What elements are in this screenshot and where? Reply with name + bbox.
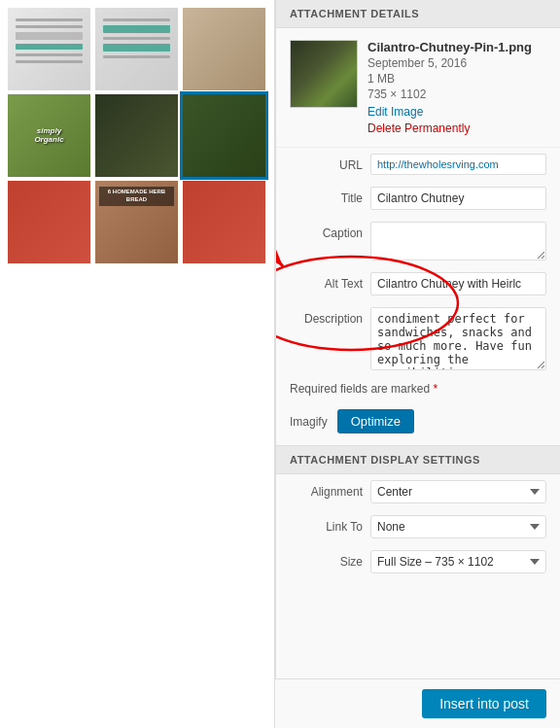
- link-to-field-row: Link To None Media File Attachment Page …: [276, 509, 560, 544]
- attachment-meta: Cilantro-Chutney-Pin-1.png September 5, …: [368, 40, 546, 135]
- thumbnail-4[interactable]: simplyOrganic: [8, 94, 90, 177]
- thumbnail-1[interactable]: [8, 8, 90, 90]
- alignment-label: Alignment: [290, 480, 363, 499]
- thumbnail-grid: simplyOrganic 6 HOMEMADE HERB BREAD: [8, 8, 266, 263]
- delete-permanently-link[interactable]: Delete Permanently: [368, 121, 470, 135]
- alignment-field-row: Alignment Center None Left Right: [276, 474, 560, 509]
- caption-field-row: Caption: [276, 216, 560, 266]
- alt-text-label: Alt Text: [290, 272, 363, 291]
- optimize-button[interactable]: Optimize: [337, 409, 414, 433]
- thumbnail-3[interactable]: [183, 8, 265, 90]
- attachment-size: 1 MB: [368, 72, 546, 86]
- media-grid: simplyOrganic 6 HOMEMADE HERB BREAD: [0, 0, 275, 728]
- size-field-row: Size Full Size – 735 × 1102 Large Medium…: [276, 544, 560, 579]
- size-select[interactable]: Full Size – 735 × 1102 Large Medium Thum…: [370, 550, 546, 573]
- imagify-row: Imagify Optimize: [276, 401, 560, 441]
- display-settings-header: ATTACHMENT DISPLAY SETTINGS: [276, 445, 560, 474]
- imagify-label: Imagify: [290, 415, 328, 429]
- description-label: Description: [290, 307, 363, 326]
- url-input[interactable]: [370, 154, 546, 175]
- bottom-spacer: [276, 579, 560, 633]
- url-field-row: URL: [276, 148, 560, 181]
- details-panel: ATTACHMENT DETAILS Cilantro-Chutney-Pin-…: [275, 0, 560, 728]
- attachment-filename: Cilantro-Chutney-Pin-1.png: [368, 40, 546, 54]
- attachment-date: September 5, 2016: [368, 56, 546, 70]
- attachment-preview-thumb: [290, 40, 358, 108]
- description-textarea[interactable]: condiment perfect for sandwiches, snacks…: [370, 307, 546, 370]
- link-to-label: Link To: [290, 515, 363, 534]
- url-label: URL: [290, 154, 363, 172]
- thumbnail-5[interactable]: [95, 94, 178, 177]
- thumbnail-4-label: simplyOrganic: [34, 126, 63, 145]
- edit-image-link[interactable]: Edit Image: [368, 105, 546, 119]
- thumbnail-7[interactable]: [8, 181, 90, 263]
- thumbnail-2[interactable]: [95, 8, 178, 90]
- alt-text-field-row: Alt Text: [276, 266, 560, 301]
- required-asterisk: *: [433, 382, 438, 396]
- required-note: Required fields are marked *: [276, 376, 560, 401]
- alt-text-input[interactable]: [370, 272, 546, 295]
- title-input[interactable]: [370, 187, 546, 210]
- link-to-select[interactable]: None Media File Attachment Page Custom U…: [370, 515, 546, 538]
- insert-btn-container: Insert into post: [275, 678, 560, 728]
- attachment-details-header: ATTACHMENT DETAILS: [276, 0, 560, 28]
- caption-textarea[interactable]: [370, 222, 546, 260]
- attachment-dimensions: 735 × 1102: [368, 87, 546, 101]
- attachment-info: Cilantro-Chutney-Pin-1.png September 5, …: [276, 28, 560, 148]
- title-field-row: Title: [276, 181, 560, 216]
- description-field-row: Description condiment perfect for sandwi…: [276, 301, 560, 376]
- thumbnail-6[interactable]: [183, 94, 265, 177]
- thumbnail-9[interactable]: [183, 181, 265, 263]
- caption-label: Caption: [290, 222, 363, 240]
- insert-into-post-button[interactable]: Insert into post: [422, 689, 546, 718]
- title-label: Title: [290, 187, 363, 205]
- thumbnail-8[interactable]: 6 HOMEMADE HERB BREAD: [95, 181, 178, 263]
- size-label: Size: [290, 550, 363, 569]
- alignment-select[interactable]: Center None Left Right: [370, 480, 546, 503]
